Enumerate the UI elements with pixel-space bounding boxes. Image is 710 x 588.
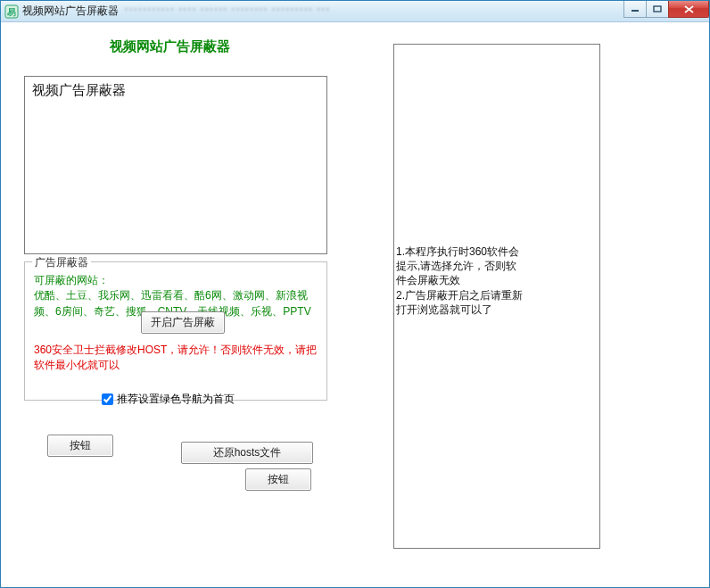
maximize-button[interactable] (646, 1, 669, 18)
main-text-panel-content: 视频广告屏蔽器 (32, 82, 126, 97)
titlebar[interactable]: 易 视频网站广告屏蔽器 *********** **** ****** ****… (1, 1, 709, 22)
main-text-panel[interactable]: 视频广告屏蔽器 (24, 76, 327, 254)
sites-label: 可屏蔽的网站： (34, 274, 109, 286)
close-button[interactable] (668, 1, 709, 18)
button-c[interactable]: 按钮 (245, 468, 311, 491)
window-title: 视频网站广告屏蔽器 (22, 4, 119, 19)
homepage-checkbox-row: 推荐设置绿色导航为首页 (98, 391, 318, 408)
titlebar-extra-blurred: *********** **** ****** ******** *******… (124, 5, 330, 18)
homepage-checkbox-label[interactable]: 推荐设置绿色导航为首页 (117, 392, 235, 407)
right-info-panel[interactable]: 1.本程序执行时360软件会提示,请选择允许，否则软件会屏蔽无效 2.广告屏蔽开… (393, 44, 600, 549)
button-a[interactable]: 按钮 (47, 435, 113, 457)
close-icon (684, 5, 694, 13)
svg-rect-2 (632, 10, 639, 12)
client-area: 视频网站广告屏蔽器 视频广告屏蔽器 广告屏蔽器 可屏蔽的网站： 优酷、土豆、我乐… (1, 22, 709, 587)
homepage-checkbox[interactable] (102, 393, 113, 405)
minimize-button[interactable] (623, 1, 647, 18)
maximize-icon (653, 5, 662, 12)
app-icon: 易 (4, 4, 19, 19)
host-warning: 360安全卫士拦截修改HOST，请允许！否则软件无效，请把软件最小化就可以 (34, 343, 318, 373)
right-notice-text: 1.本程序执行时360软件会提示,请选择允许，否则软件会屏蔽无效 2.广告屏蔽开… (394, 244, 528, 317)
svg-rect-3 (654, 6, 661, 12)
restore-hosts-button[interactable]: 还原hosts文件 (181, 442, 313, 464)
svg-text:易: 易 (6, 7, 16, 17)
open-ad-block-button[interactable]: 开启广告屏蔽 (141, 311, 225, 334)
window-controls (624, 1, 709, 18)
groupbox-legend: 广告屏蔽器 (32, 255, 91, 270)
minimize-icon (631, 5, 640, 12)
ad-block-groupbox: 广告屏蔽器 可屏蔽的网站： 优酷、土豆、我乐网、迅雷看看、酷6网、激动网、新浪视… (24, 261, 327, 401)
app-window: 易 视频网站广告屏蔽器 *********** **** ****** ****… (0, 0, 710, 588)
